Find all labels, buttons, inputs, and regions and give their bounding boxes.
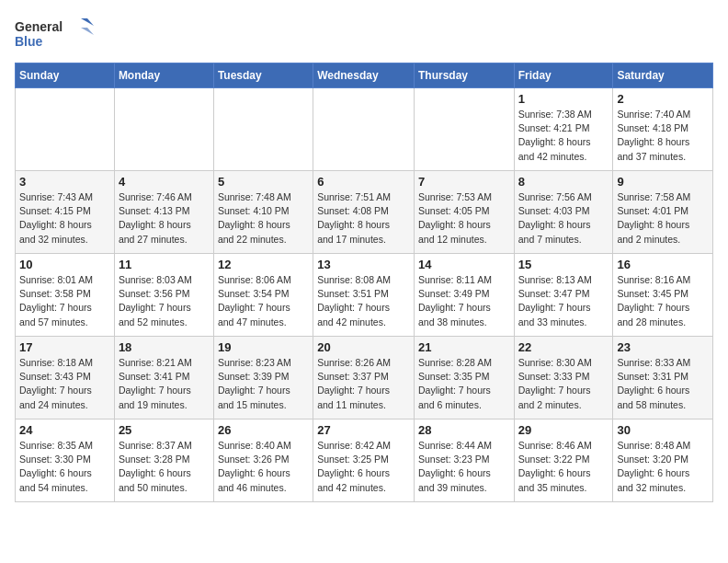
day-number: 14 [418,258,510,271]
day-number: 1 [518,92,609,106]
day-number: 7 [418,175,510,189]
day-info: Sunrise: 7:40 AM Sunset: 4:18 PM Dayligh… [617,108,709,164]
day-number: 23 [617,340,709,354]
day-cell: 6Sunrise: 7:51 AM Sunset: 4:08 PM Daylig… [313,171,415,254]
day-info: Sunrise: 7:53 AM Sunset: 4:05 PM Dayligh… [418,190,510,247]
day-info: Sunrise: 8:33 AM Sunset: 3:31 PM Dayligh… [617,356,709,412]
day-cell: 14Sunrise: 8:11 AM Sunset: 3:49 PM Dayli… [414,254,514,337]
day-info: Sunrise: 8:03 AM Sunset: 3:56 PM Dayligh… [119,273,210,329]
day-cell: 10Sunrise: 8:01 AM Sunset: 3:58 PM Dayli… [16,254,115,337]
day-cell: 7Sunrise: 7:53 AM Sunset: 4:05 PM Daylig… [414,171,514,254]
day-cell: 30Sunrise: 8:48 AM Sunset: 3:20 PM Dayli… [613,419,713,502]
day-cell [114,88,213,171]
day-info: Sunrise: 8:18 AM Sunset: 3:43 PM Dayligh… [19,356,110,412]
week-row-3: 10Sunrise: 8:01 AM Sunset: 3:58 PM Dayli… [16,254,713,337]
day-number: 16 [617,258,709,271]
logo: General Blue [15,15,97,55]
day-info: Sunrise: 8:21 AM Sunset: 3:41 PM Dayligh… [119,356,210,412]
day-cell: 15Sunrise: 8:13 AM Sunset: 3:47 PM Dayli… [514,254,613,337]
day-info: Sunrise: 7:56 AM Sunset: 4:03 PM Dayligh… [518,190,609,247]
day-info: Sunrise: 8:26 AM Sunset: 3:37 PM Dayligh… [317,356,410,412]
day-cell: 20Sunrise: 8:26 AM Sunset: 3:37 PM Dayli… [313,337,415,419]
day-cell [213,88,313,171]
day-info: Sunrise: 8:23 AM Sunset: 3:39 PM Dayligh… [218,356,309,412]
day-info: Sunrise: 7:48 AM Sunset: 4:10 PM Dayligh… [218,190,309,247]
day-cell: 13Sunrise: 8:08 AM Sunset: 3:51 PM Dayli… [313,254,415,337]
day-info: Sunrise: 7:43 AM Sunset: 4:15 PM Dayligh… [19,190,110,247]
day-number: 24 [19,423,110,437]
day-cell: 28Sunrise: 8:44 AM Sunset: 3:23 PM Dayli… [414,419,514,502]
week-row-4: 17Sunrise: 8:18 AM Sunset: 3:43 PM Dayli… [16,337,713,419]
day-cell: 17Sunrise: 8:18 AM Sunset: 3:43 PM Dayli… [16,337,115,419]
day-number: 15 [518,258,609,271]
day-number: 13 [317,258,410,271]
header-wednesday: Wednesday [313,63,415,88]
day-info: Sunrise: 8:40 AM Sunset: 3:26 PM Dayligh… [218,439,309,495]
header-tuesday: Tuesday [213,63,313,88]
day-info: Sunrise: 7:38 AM Sunset: 4:21 PM Dayligh… [518,108,609,164]
day-info: Sunrise: 8:46 AM Sunset: 3:22 PM Dayligh… [518,439,609,495]
day-cell: 21Sunrise: 8:28 AM Sunset: 3:35 PM Dayli… [414,337,514,419]
day-info: Sunrise: 8:08 AM Sunset: 3:51 PM Dayligh… [317,273,410,329]
day-cell: 29Sunrise: 8:46 AM Sunset: 3:22 PM Dayli… [514,419,613,502]
day-number: 29 [518,423,609,437]
day-cell [414,88,514,171]
day-number: 12 [218,258,309,271]
day-number: 25 [119,423,210,437]
logo-svg: General Blue [15,15,97,55]
day-cell: 22Sunrise: 8:30 AM Sunset: 3:33 PM Dayli… [514,337,613,419]
day-cell: 3Sunrise: 7:43 AM Sunset: 4:15 PM Daylig… [16,171,115,254]
day-cell: 5Sunrise: 7:48 AM Sunset: 4:10 PM Daylig… [213,171,313,254]
calendar-header-row: SundayMondayTuesdayWednesdayThursdayFrid… [16,63,713,88]
day-number: 5 [218,175,309,189]
calendar-table: SundayMondayTuesdayWednesdayThursdayFrid… [15,63,713,502]
day-info: Sunrise: 8:11 AM Sunset: 3:49 PM Dayligh… [418,273,510,329]
day-cell: 25Sunrise: 8:37 AM Sunset: 3:28 PM Dayli… [114,419,213,502]
day-info: Sunrise: 7:51 AM Sunset: 4:08 PM Dayligh… [317,190,410,247]
day-info: Sunrise: 8:01 AM Sunset: 3:58 PM Dayligh… [19,273,110,329]
page-header: General Blue [15,15,713,55]
svg-marker-3 [81,28,94,35]
day-info: Sunrise: 7:58 AM Sunset: 4:01 PM Dayligh… [617,190,709,247]
day-number: 20 [317,340,410,354]
day-number: 19 [218,340,309,354]
day-number: 6 [317,175,410,189]
day-info: Sunrise: 8:35 AM Sunset: 3:30 PM Dayligh… [19,439,110,495]
day-info: Sunrise: 8:13 AM Sunset: 3:47 PM Dayligh… [518,273,609,329]
day-number: 3 [19,175,110,189]
svg-text:General: General [15,19,63,34]
svg-text:Blue: Blue [15,34,43,49]
day-cell: 19Sunrise: 8:23 AM Sunset: 3:39 PM Dayli… [213,337,313,419]
day-number: 4 [119,175,210,189]
day-info: Sunrise: 8:28 AM Sunset: 3:35 PM Dayligh… [418,356,510,412]
day-cell: 4Sunrise: 7:46 AM Sunset: 4:13 PM Daylig… [114,171,213,254]
day-number: 9 [617,175,709,189]
day-info: Sunrise: 8:30 AM Sunset: 3:33 PM Dayligh… [518,356,609,412]
day-number: 22 [518,340,609,354]
day-info: Sunrise: 8:44 AM Sunset: 3:23 PM Dayligh… [418,439,510,495]
day-number: 2 [617,92,709,106]
day-cell: 18Sunrise: 8:21 AM Sunset: 3:41 PM Dayli… [114,337,213,419]
day-cell: 11Sunrise: 8:03 AM Sunset: 3:56 PM Dayli… [114,254,213,337]
day-cell [16,88,115,171]
day-cell: 24Sunrise: 8:35 AM Sunset: 3:30 PM Dayli… [16,419,115,502]
week-row-2: 3Sunrise: 7:43 AM Sunset: 4:15 PM Daylig… [16,171,713,254]
day-cell: 26Sunrise: 8:40 AM Sunset: 3:26 PM Dayli… [213,419,313,502]
day-cell: 2Sunrise: 7:40 AM Sunset: 4:18 PM Daylig… [613,88,713,171]
day-info: Sunrise: 8:37 AM Sunset: 3:28 PM Dayligh… [119,439,210,495]
header-saturday: Saturday [613,63,713,88]
day-info: Sunrise: 8:48 AM Sunset: 3:20 PM Dayligh… [617,439,709,495]
day-cell [313,88,415,171]
day-number: 8 [518,175,609,189]
day-cell: 1Sunrise: 7:38 AM Sunset: 4:21 PM Daylig… [514,88,613,171]
week-row-1: 1Sunrise: 7:38 AM Sunset: 4:21 PM Daylig… [16,88,713,171]
svg-marker-2 [81,18,94,26]
header-thursday: Thursday [414,63,514,88]
day-info: Sunrise: 8:42 AM Sunset: 3:25 PM Dayligh… [317,439,410,495]
day-number: 18 [119,340,210,354]
day-number: 26 [218,423,309,437]
day-number: 11 [119,258,210,271]
day-info: Sunrise: 7:46 AM Sunset: 4:13 PM Dayligh… [119,190,210,247]
header-friday: Friday [514,63,613,88]
day-number: 10 [19,258,110,271]
